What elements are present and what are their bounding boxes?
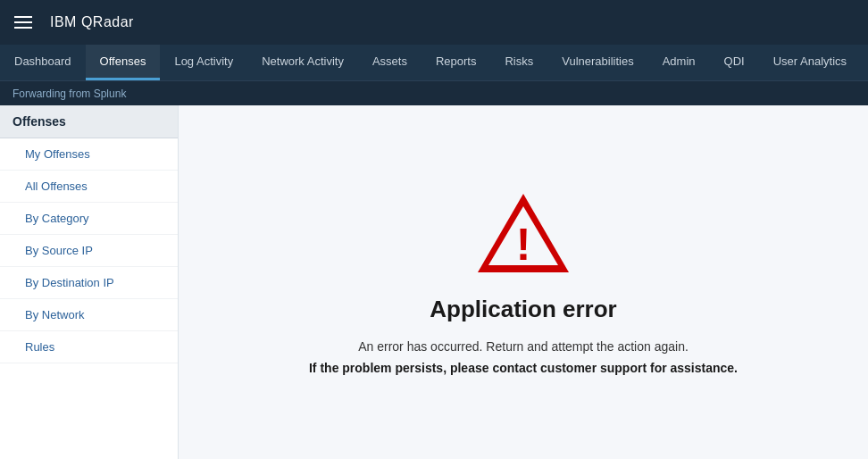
- sidebar-item-my-offenses[interactable]: My Offenses: [0, 138, 178, 171]
- error-message-2: If the problem persists, please contact …: [309, 361, 738, 375]
- sidebar-header: Offenses: [0, 105, 178, 138]
- warning-icon: !: [474, 190, 572, 280]
- error-message-1: An error has occurred. Return and attemp…: [358, 339, 689, 354]
- error-title: Application error: [430, 296, 616, 323]
- hamburger-menu[interactable]: [11, 13, 36, 32]
- sidebar-item-by-network[interactable]: By Network: [0, 299, 178, 331]
- tab-log-activity[interactable]: Log Activity: [160, 45, 247, 80]
- sidebar: Offenses My Offenses All Offenses By Cat…: [0, 105, 179, 459]
- breadcrumb: Forwarding from Splunk: [13, 88, 126, 100]
- main-layout: Offenses My Offenses All Offenses By Cat…: [0, 105, 868, 459]
- nav-tabs: Dashboard Offenses Log Activity Network …: [0, 45, 868, 80]
- tab-risks[interactable]: Risks: [490, 45, 547, 80]
- sidebar-item-by-category[interactable]: By Category: [0, 203, 178, 235]
- tab-user-analytics[interactable]: User Analytics: [759, 45, 861, 80]
- sidebar-item-all-offenses[interactable]: All Offenses: [0, 171, 178, 203]
- tab-network-activity[interactable]: Network Activity: [247, 45, 358, 80]
- sidebar-item-by-source-ip[interactable]: By Source IP: [0, 235, 178, 267]
- content-area: ! Application error An error has occurre…: [179, 105, 868, 459]
- breadcrumb-bar: Forwarding from Splunk: [0, 80, 868, 105]
- sidebar-item-by-destination-ip[interactable]: By Destination IP: [0, 267, 178, 299]
- app-title: IBM QRadar: [50, 14, 134, 30]
- tab-vulnerabilities[interactable]: Vulnerabilities: [547, 45, 647, 80]
- tab-admin[interactable]: Admin: [648, 45, 710, 80]
- tab-assets[interactable]: Assets: [358, 45, 421, 80]
- navbar: IBM QRadar: [0, 0, 868, 45]
- tab-reports[interactable]: Reports: [421, 45, 491, 80]
- tab-offenses[interactable]: Offenses: [86, 45, 161, 80]
- tab-qdi[interactable]: QDI: [710, 45, 759, 80]
- svg-text:!: !: [516, 220, 531, 270]
- tab-dashboard[interactable]: Dashboard: [0, 45, 86, 80]
- sidebar-item-rules[interactable]: Rules: [0, 331, 178, 363]
